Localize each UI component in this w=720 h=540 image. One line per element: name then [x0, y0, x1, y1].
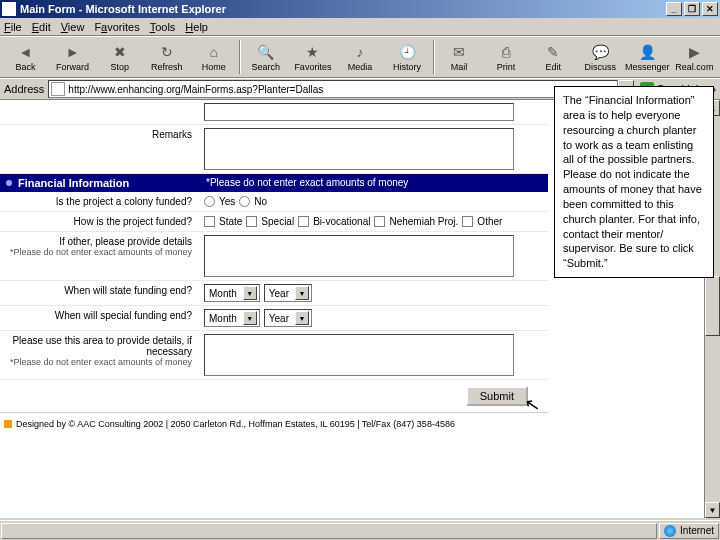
remarks-input[interactable] — [204, 128, 514, 170]
details-label: Please use this area to provide details,… — [0, 331, 200, 379]
status-message — [1, 523, 657, 539]
forward-button[interactable]: ►Forward — [49, 38, 96, 76]
discuss-button[interactable]: 💬Discuss — [577, 38, 624, 76]
edit-icon: ✎ — [544, 43, 562, 61]
status-zone: Internet — [659, 523, 719, 539]
history-button[interactable]: 🕘History — [383, 38, 430, 76]
messenger-button[interactable]: 👤Messenger — [624, 38, 671, 76]
funded-label: How is the project funded? — [0, 212, 200, 231]
page-footer: Designed by © AAC Consulting 2002 | 2050… — [0, 412, 548, 435]
other-details-input[interactable] — [204, 235, 514, 277]
help-callout: The “Financial Information” area is to h… — [554, 86, 714, 278]
favorites-button[interactable]: ★Favorites — [289, 38, 336, 76]
media-button[interactable]: ♪Media — [336, 38, 383, 76]
menu-view[interactable]: View — [61, 21, 85, 33]
stop-button[interactable]: ✖Stop — [96, 38, 143, 76]
scroll-down-icon[interactable]: ▼ — [705, 502, 720, 518]
form-area: Remarks Financial Information *Please do… — [0, 100, 548, 435]
page-icon — [51, 82, 65, 96]
chk-special[interactable] — [246, 216, 257, 227]
search-button[interactable]: 🔍Search — [242, 38, 289, 76]
section-warning: *Please do not enter exact amounts of mo… — [200, 174, 548, 192]
special-year-select[interactable]: Year▼ — [264, 309, 312, 327]
chk-bivocational[interactable] — [298, 216, 309, 227]
window-title: Main Form - Microsoft Internet Explorer — [20, 3, 226, 15]
state-year-select[interactable]: Year▼ — [264, 284, 312, 302]
forward-icon: ► — [64, 43, 82, 61]
state-month-select[interactable]: Month▼ — [204, 284, 260, 302]
menu-file[interactable]: FFileile — [4, 21, 22, 33]
colony-no-radio[interactable] — [239, 196, 250, 207]
ie-icon — [2, 2, 16, 16]
footer-bullet-icon — [4, 420, 12, 428]
menu-help[interactable]: Help — [185, 21, 208, 33]
chk-other[interactable] — [462, 216, 473, 227]
state-end-label: When will state funding end? — [0, 281, 200, 305]
menu-favorites[interactable]: Favorites — [94, 21, 139, 33]
close-button[interactable]: ✕ — [702, 2, 718, 16]
address-url: http://www.enhancing.org/MainForms.asp?P… — [68, 84, 323, 95]
minimize-button[interactable]: _ — [666, 2, 682, 16]
section-header: Financial Information — [0, 174, 200, 192]
history-icon: 🕘 — [398, 43, 416, 61]
chk-state[interactable] — [204, 216, 215, 227]
real-icon: ▶ — [685, 43, 703, 61]
back-icon: ◄ — [17, 43, 35, 61]
other-details-label: If other, please provide details *Please… — [0, 232, 200, 280]
print-button[interactable]: ⎙Print — [483, 38, 530, 76]
special-month-select[interactable]: Month▼ — [204, 309, 260, 327]
edit-button[interactable]: ✎Edit — [530, 38, 577, 76]
submit-button[interactable]: Submit — [466, 386, 528, 406]
menu-edit[interactable]: Edit — [32, 21, 51, 33]
home-button[interactable]: ⌂Home — [190, 38, 237, 76]
messenger-icon: 👤 — [638, 43, 656, 61]
refresh-button[interactable]: ↻Refresh — [143, 38, 190, 76]
menubar: FFileile Edit View Favorites Tools Help — [0, 18, 720, 36]
refresh-icon: ↻ — [158, 43, 176, 61]
globe-icon — [664, 525, 676, 537]
address-input[interactable]: http://www.enhancing.org/MainForms.asp?P… — [48, 80, 618, 98]
details-input[interactable] — [204, 334, 514, 376]
discuss-icon: 💬 — [591, 43, 609, 61]
titlebar: Main Form - Microsoft Internet Explorer … — [0, 0, 720, 18]
search-icon: 🔍 — [257, 43, 275, 61]
toolbar: ◄Back ►Forward ✖Stop ↻Refresh ⌂Home 🔍Sea… — [0, 36, 720, 78]
maximize-button[interactable]: ❐ — [684, 2, 700, 16]
colony-yes-radio[interactable] — [204, 196, 215, 207]
menu-tools[interactable]: Tools — [150, 21, 176, 33]
star-icon: ★ — [304, 43, 322, 61]
media-icon: ♪ — [351, 43, 369, 61]
mail-icon: ✉ — [450, 43, 468, 61]
address-label: Address — [4, 83, 44, 95]
print-icon: ⎙ — [497, 43, 515, 61]
stop-icon: ✖ — [111, 43, 129, 61]
home-icon: ⌂ — [205, 43, 223, 61]
prev-input[interactable] — [204, 103, 514, 121]
status-bar: Internet — [0, 520, 720, 540]
remarks-label: Remarks — [0, 125, 200, 173]
realcom-button[interactable]: ▶Real.com — [671, 38, 718, 76]
special-end-label: When will special funding end? — [0, 306, 200, 330]
mail-button[interactable]: ✉Mail — [436, 38, 483, 76]
scroll-thumb[interactable] — [705, 276, 720, 336]
chk-nehemiah[interactable] — [374, 216, 385, 227]
colony-label: Is the project a colony funded? — [0, 192, 200, 211]
back-button[interactable]: ◄Back — [2, 38, 49, 76]
submit-row: Submit ↖ — [0, 380, 548, 412]
